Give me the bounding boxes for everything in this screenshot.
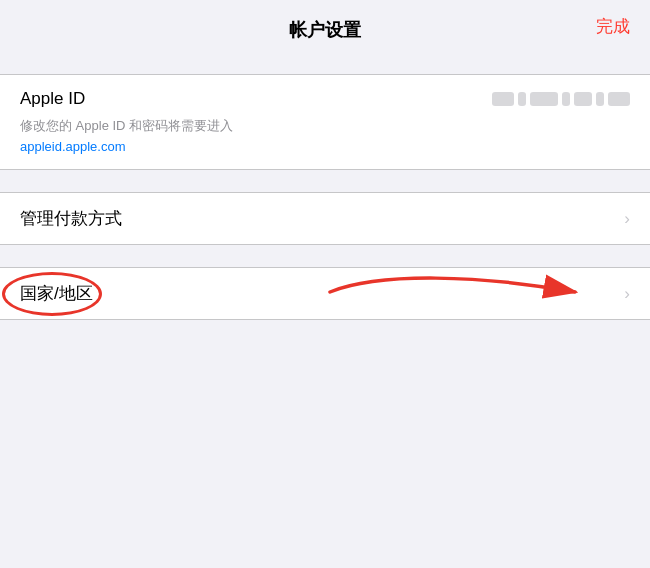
blur-1: [492, 92, 514, 106]
page-wrapper: 帐户设置 完成 Apple ID 修改您的 Apple ID 和密码将需要­进入…: [0, 0, 650, 568]
arrow-annotation: [320, 267, 600, 321]
blur-4: [608, 92, 630, 106]
blur-dot-2: [562, 92, 570, 106]
blur-dot-1: [518, 92, 526, 106]
blur-dot-3: [596, 92, 604, 106]
page-title: 帐户设置: [289, 18, 361, 42]
apple-id-label: Apple ID: [20, 89, 85, 109]
mid-spacer-1: [0, 170, 650, 192]
top-spacer: [0, 52, 650, 74]
manage-payment-label: 管理付款方式: [20, 207, 122, 230]
done-button[interactable]: 完成: [596, 15, 630, 38]
bottom-spacer: [0, 320, 650, 568]
country-chevron: ›: [624, 284, 630, 304]
header: 帐户设置 完成: [0, 0, 650, 52]
apple-id-value: [492, 92, 630, 106]
apple-id-description-block: 修改您的 Apple ID 和密码将需要­进入 appleid.apple.co…: [20, 117, 630, 155]
blur-2: [530, 92, 558, 106]
manage-payment-chevron: ›: [624, 209, 630, 229]
country-row[interactable]: 国家/地区 ›: [0, 267, 650, 320]
manage-payment-row[interactable]: 管理付款方式 ›: [0, 192, 650, 245]
apple-id-description: 修改您的 Apple ID 和密码将需要­进入: [20, 117, 630, 135]
apple-id-link[interactable]: appleid.apple.com: [20, 139, 126, 154]
blur-3: [574, 92, 592, 106]
apple-id-row: Apple ID: [20, 89, 630, 117]
country-label: 国家/地区: [20, 284, 93, 303]
country-label-wrapper: 国家/地区: [20, 282, 93, 305]
apple-id-section: Apple ID 修改您的 Apple ID 和密码将需要­进入 appleid…: [0, 74, 650, 170]
